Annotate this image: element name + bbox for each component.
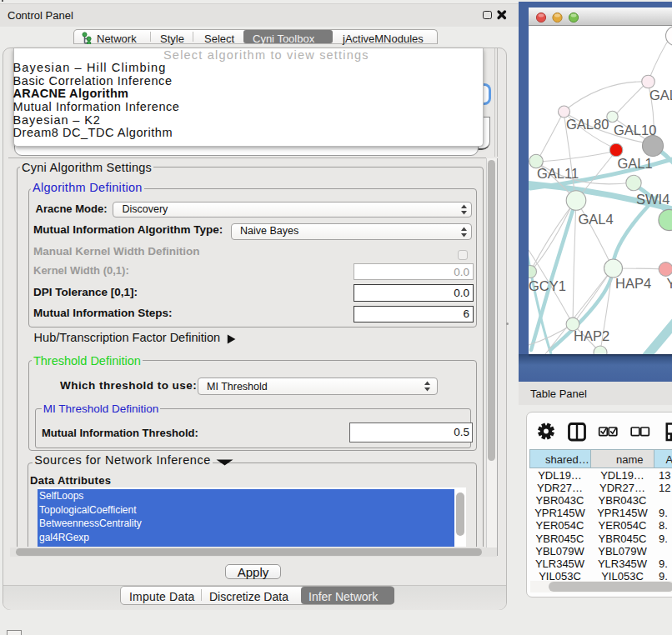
svg-text:GAL4: GAL4 — [579, 212, 614, 227]
svg-text:GAL80: GAL80 — [566, 117, 609, 132]
svg-text:GCY1: GCY1 — [529, 278, 566, 293]
svg-text:HAP4: HAP4 — [615, 276, 651, 291]
svg-text:GAL10: GAL10 — [614, 122, 656, 138]
svg-text:GAL1: GAL1 — [618, 156, 653, 171]
svg-text:GAL11: GAL11 — [537, 166, 579, 181]
svg-text:HAP2: HAP2 — [574, 328, 609, 343]
svg-text:Y: Y — [667, 276, 672, 291]
svg-text:GAL…: GAL… — [649, 88, 672, 102]
svg-text:SWI4: SWI4 — [636, 192, 669, 207]
